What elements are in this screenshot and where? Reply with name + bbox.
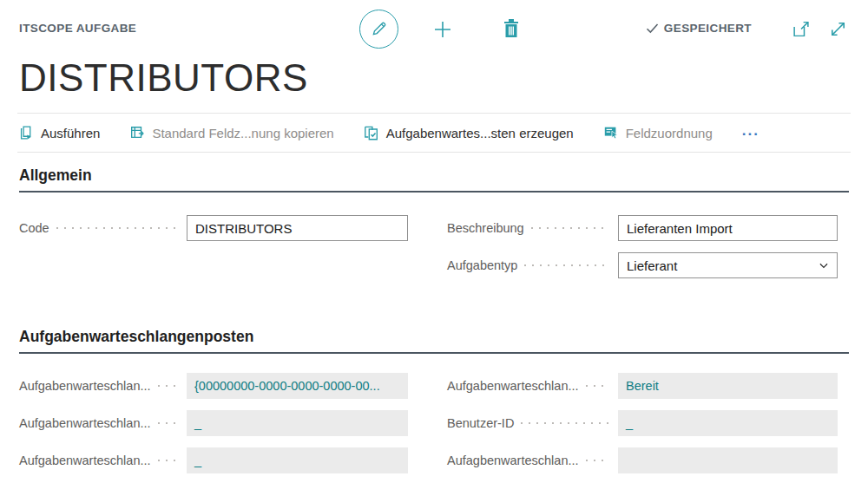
- queue-status-value: Bereit: [618, 373, 838, 399]
- field-label: Aufagbenwarteschlan...: [447, 454, 579, 467]
- more-options-button[interactable]: ...: [742, 123, 760, 143]
- benutzer-id-value: _: [618, 410, 838, 436]
- dotted-leader: [56, 227, 178, 229]
- aufgabentyp-select[interactable]: Lieferant: [618, 252, 838, 278]
- save-status-label: GESPEICHERT: [664, 22, 752, 35]
- action-feldzuordnung[interactable]: Feldzuordnung: [603, 125, 713, 140]
- divider: [17, 152, 851, 153]
- action-label: Standard Feldz...nung kopieren: [152, 126, 333, 140]
- field-label: Aufgabenwarteschlan...: [19, 379, 151, 393]
- dotted-leader: [158, 460, 178, 461]
- expand-diagonal-icon: [828, 19, 848, 39]
- field-label: Aufgabenwarteschlan...: [447, 379, 579, 393]
- field-queue-left-2: Aufgabenwarteschlan... _: [19, 410, 408, 436]
- pencil-icon: [370, 20, 388, 38]
- copy-field-mapping-icon: [129, 125, 145, 140]
- field-label: Beschreibung: [447, 221, 524, 235]
- action-aufgabenwarteschlangenposten-erzeugen[interactable]: Aufgabenwartes...sten erzeugen: [364, 125, 574, 141]
- popout-icon: [792, 20, 811, 38]
- field-label: Aufgabenwarteschlan...: [19, 416, 151, 430]
- page-caption: ITSCOPE AUFGABE: [19, 22, 136, 35]
- field-label: Aufgabenwarteschlan...: [19, 454, 151, 467]
- section-heading-allgemein[interactable]: Allgemein: [19, 166, 849, 193]
- queue-left-3-value: _: [187, 447, 408, 473]
- trash-icon: [502, 18, 521, 39]
- action-label: Aufgabenwartes...sten erzeugen: [386, 126, 574, 140]
- field-label: Code: [19, 221, 49, 235]
- action-standard-feldzuordnung-kopieren[interactable]: Standard Feldz...nung kopieren: [129, 125, 333, 140]
- dotted-leader: [586, 385, 609, 387]
- field-aufgabentyp: Aufgabentyp Lieferant: [447, 252, 838, 278]
- dotted-leader: [521, 422, 609, 424]
- edit-button[interactable]: [359, 10, 398, 49]
- field-queue-id: Aufgabenwarteschlan... {00000000-0000-00…: [19, 373, 408, 399]
- page-title: DISTRIBUTORS: [19, 55, 868, 101]
- field-code: Code: [19, 215, 408, 241]
- dotted-leader: [158, 385, 178, 387]
- chevron-down-icon: [818, 259, 830, 271]
- action-ausfuehren[interactable]: Ausführen: [19, 125, 100, 140]
- section-heading-aufgabenwarteschlangenposten[interactable]: Aufgabenwarteschlangenposten: [19, 328, 849, 354]
- create-queue-entries-icon: [364, 125, 379, 141]
- queue-right-3-value: [618, 447, 838, 473]
- dotted-leader: [158, 422, 178, 424]
- field-queue-left-3: Aufgabenwarteschlan... _: [19, 447, 408, 473]
- run-icon: [19, 125, 34, 140]
- check-icon: [645, 21, 660, 36]
- page-header: ITSCOPE AUFGABE GESPE: [0, 0, 868, 49]
- queue-id-value: {00000000-0000-0000-0000-00...: [187, 373, 408, 399]
- new-button[interactable]: [431, 17, 455, 42]
- delete-button[interactable]: [500, 16, 523, 41]
- dotted-leader: [524, 264, 609, 266]
- plus-icon: [432, 19, 453, 40]
- action-label: Feldzuordnung: [626, 126, 713, 140]
- field-beschreibung: Beschreibung: [447, 215, 838, 241]
- dotted-leader: [531, 227, 609, 229]
- queue-left-2-value: _: [187, 410, 408, 436]
- fullscreen-button[interactable]: [826, 17, 849, 40]
- aufgabentyp-selected-value: Lieferant: [627, 258, 677, 273]
- beschreibung-input[interactable]: [618, 215, 838, 241]
- field-label: Aufgabentyp: [447, 258, 517, 272]
- field-queue-right-3: Aufagbenwarteschlan...: [447, 447, 838, 473]
- open-in-new-window-button[interactable]: [790, 18, 812, 39]
- action-bar: Ausführen Standard Feldz...nung kopieren…: [0, 114, 868, 152]
- field-mapping-icon: [603, 125, 619, 140]
- code-input[interactable]: [187, 215, 408, 241]
- field-benutzer-id: Benutzer-ID _: [447, 410, 838, 436]
- field-label: Benutzer-ID: [447, 416, 514, 430]
- field-queue-status: Aufgabenwarteschlan... Bereit: [447, 373, 838, 399]
- save-status: GESPEICHERT: [645, 21, 752, 36]
- dotted-leader: [586, 460, 609, 461]
- queue-fields: Aufgabenwarteschlan... {00000000-0000-00…: [0, 373, 868, 485]
- allgemein-fields: Code Beschreibung Aufgabentyp Lieferant: [0, 215, 868, 290]
- action-label: Ausführen: [41, 126, 100, 140]
